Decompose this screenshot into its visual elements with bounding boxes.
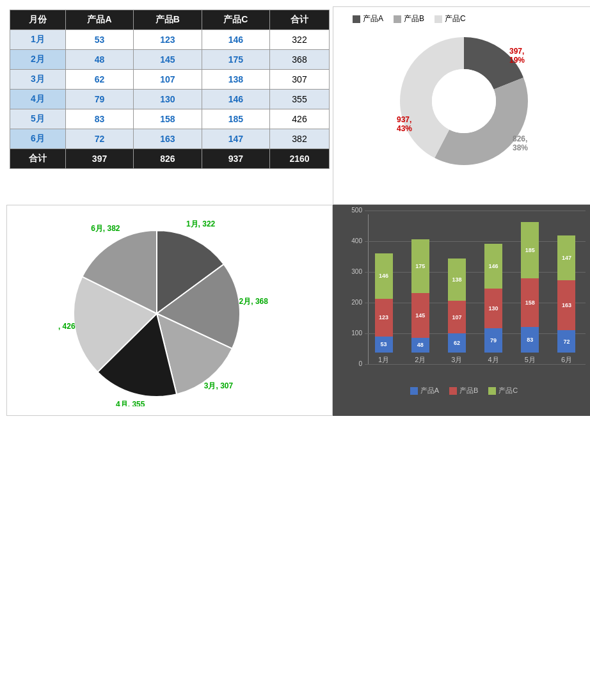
cell-c: 185 (202, 109, 269, 129)
cell-b: 145 (134, 50, 202, 70)
cell-total-c: 937 (202, 149, 269, 169)
table-row: 5月 83 158 185 426 (10, 109, 330, 129)
cell-b: 123 (134, 30, 202, 50)
bar-value-6月-b: 163 (562, 302, 571, 308)
donut-label-a: 397,19% (509, 47, 525, 65)
bar-value-2月-b: 145 (415, 312, 425, 319)
bar-stack-6月: 72163147 (557, 235, 575, 353)
donut-label-c: 937,43% (397, 115, 412, 133)
table-row: 6月 72 163 147 382 (10, 129, 330, 149)
table-row: 1月 53 123 146 322 (10, 30, 330, 50)
bar-value-1月-c: 146 (379, 273, 388, 279)
cell-total: 322 (270, 30, 330, 50)
grid-line-500: 500 (365, 211, 586, 211)
cell-total: 355 (270, 90, 330, 109)
table-row: 3月 62 107 138 307 (10, 70, 330, 90)
donut-legend-c: 产品C (435, 13, 466, 24)
bar-value-5月-c: 185 (525, 247, 535, 253)
bar-value-5月-b: 158 (525, 299, 535, 306)
bar-legend-label-b: 产品B (459, 386, 478, 395)
table-row: 2月 48 145 175 368 (10, 50, 330, 70)
table-section: 月份 产品A 产品B 产品C 合计 1月 53 123 146 3222月 48… (6, 6, 333, 205)
cell-total-total: 2160 (270, 149, 330, 169)
bar-stack-3月: 62107138 (448, 259, 466, 353)
cell-month: 6月 (10, 129, 66, 149)
pie-label-5月: 5月, 426 (58, 322, 76, 331)
cell-c: 147 (202, 129, 269, 149)
cell-c: 138 (202, 70, 269, 90)
donut-legend-label-a: 产品A (363, 13, 383, 24)
bars-container: 531231461月481451752月621071383月791301464月… (368, 214, 582, 365)
cell-total-b: 826 (134, 149, 202, 169)
cell-a: 72 (65, 129, 133, 149)
bar-stack-2月: 48145175 (411, 239, 429, 353)
donut-section: 产品A 产品B 产品C 397,19% (333, 6, 590, 205)
bar-group-2月: 481451752月 (404, 239, 436, 365)
bar-segment-5月-c: 185 (521, 222, 539, 279)
donut-legend-box-b (394, 15, 401, 23)
table-row: 4月 79 130 146 355 (10, 90, 330, 109)
cell-c: 175 (202, 50, 269, 70)
bar-stack-5月: 83158185 (521, 222, 539, 353)
bar-group-5月: 831581855月 (514, 222, 546, 365)
bar-value-3月-c: 138 (452, 276, 461, 283)
bar-value-2月-c: 175 (415, 263, 425, 269)
bar-legend-label-c: 产品C (498, 386, 518, 395)
bar-segment-3月-c: 138 (448, 259, 466, 301)
bar-value-3月-b: 107 (452, 314, 461, 321)
pie-label-2月: 2月, 368 (239, 297, 269, 306)
cell-a: 83 (65, 109, 133, 129)
bar-value-5月-a: 83 (527, 337, 533, 343)
col-b: 产品B (134, 10, 202, 30)
cell-a: 48 (65, 50, 133, 70)
donut-legend-a: 产品A (353, 13, 383, 24)
donut-chart: 397,19% 826,38% 937,43% (394, 31, 534, 171)
bar-value-3月-a: 62 (454, 340, 460, 346)
donut-legend-label-c: 产品C (445, 13, 466, 24)
pie-label-1月: 1月, 322 (186, 219, 216, 228)
table-header-row: 月份 产品A 产品B 产品C 合计 (10, 10, 330, 30)
cell-b: 107 (134, 70, 202, 90)
bar-segment-6月-c: 147 (557, 235, 575, 281)
donut-legend-box-a (353, 15, 360, 23)
cell-month: 3月 (10, 70, 66, 90)
bar-group-6月: 721631476月 (551, 235, 582, 365)
bar-legend-box-a (410, 387, 418, 395)
bar-month-label-4月: 4月 (488, 355, 499, 365)
bar-segment-1月-a: 53 (375, 337, 393, 353)
donut-legend-b: 产品B (394, 13, 424, 24)
bar-legend-c: 产品C (488, 386, 518, 395)
bar-segment-6月-a: 72 (557, 330, 575, 353)
cell-total: 307 (270, 70, 330, 90)
bar-month-label-2月: 2月 (415, 355, 426, 365)
bar-segment-4月-b: 130 (484, 289, 502, 328)
cell-b: 130 (134, 90, 202, 109)
svg-point-3 (432, 69, 496, 133)
bar-value-6月-c: 147 (562, 255, 571, 261)
bar-month-label-3月: 3月 (451, 355, 462, 365)
bar-legend: 产品A 产品B 产品C (342, 386, 586, 395)
cell-month: 4月 (10, 90, 66, 109)
bar-value-4月-c: 146 (489, 263, 498, 269)
table-body: 1月 53 123 146 3222月 48 145 175 3683月 62 … (10, 30, 330, 169)
col-total: 合计 (270, 10, 330, 30)
col-month: 月份 (10, 10, 66, 30)
bar-segment-1月-c: 146 (375, 253, 393, 298)
bar-month-label-1月: 1月 (378, 355, 389, 365)
cell-total-a: 397 (65, 149, 133, 169)
bar-group-3月: 621071383月 (441, 259, 472, 365)
bar-segment-4月-a: 79 (484, 328, 502, 353)
cell-total: 426 (270, 109, 330, 129)
bar-legend-a: 产品A (410, 386, 439, 395)
cell-month: 5月 (10, 109, 66, 129)
cell-total: 382 (270, 129, 330, 149)
bar-segment-5月-b: 158 (521, 278, 539, 327)
pie-label-3月: 3月, 307 (204, 381, 234, 390)
pie-svg: 1月, 3222月, 3683月, 3074月, 3555月, 4266月, 3… (58, 214, 282, 406)
bar-segment-3月-b: 107 (448, 301, 466, 333)
bar-legend-box-b (449, 387, 457, 395)
main-container: 月份 产品A 产品B 产品C 合计 1月 53 123 146 3222月 48… (0, 0, 590, 422)
bar-legend-b: 产品B (449, 386, 478, 395)
bar-chart-area: 0 100 200 300 400 500 531231461月48145175… (342, 214, 586, 381)
bar-segment-2月-c: 175 (411, 239, 429, 293)
